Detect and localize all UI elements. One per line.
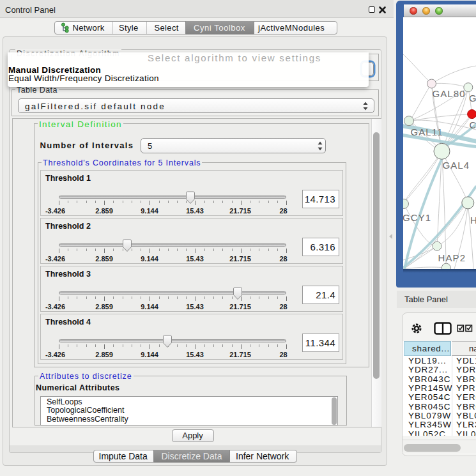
svg-text:GAL4: GAL4: [442, 160, 470, 171]
svg-text:GA: GA: [469, 93, 476, 104]
svg-text:GAL80: GAL80: [432, 88, 465, 99]
svg-text:C: C: [469, 119, 476, 130]
svg-text:HAP2: HAP2: [438, 252, 466, 263]
svg-text:GCY1: GCY1: [403, 212, 431, 223]
svg-text:GAL11: GAL11: [410, 127, 443, 137]
svg-text:H: H: [470, 215, 476, 226]
